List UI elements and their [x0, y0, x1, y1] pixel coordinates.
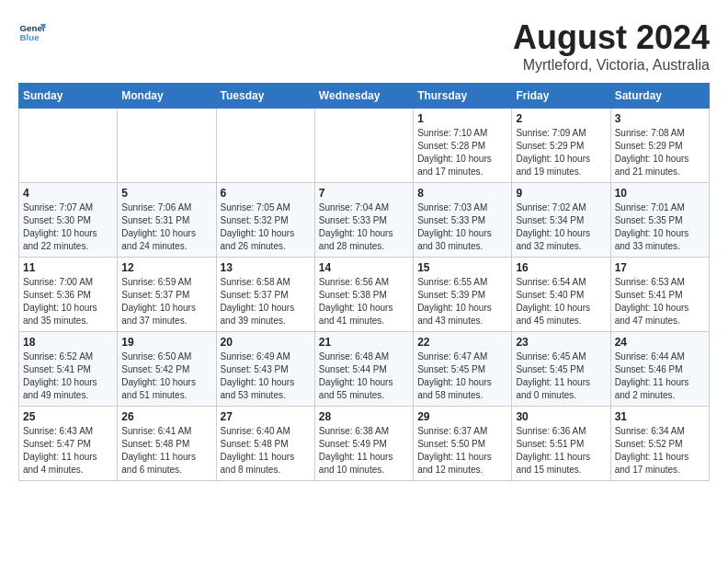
calendar-cell: 15Sunrise: 6:55 AM Sunset: 5:39 PM Dayli…	[414, 258, 512, 332]
calendar-cell: 20Sunrise: 6:49 AM Sunset: 5:43 PM Dayli…	[216, 332, 314, 407]
day-number: 31	[615, 410, 705, 423]
day-info: Sunrise: 6:36 AM Sunset: 5:51 PM Dayligh…	[516, 425, 606, 477]
day-number: 3	[615, 112, 705, 125]
day-number: 13	[221, 261, 311, 274]
day-info: Sunrise: 6:55 AM Sunset: 5:39 PM Dayligh…	[417, 276, 507, 327]
calendar-cell: 1Sunrise: 7:10 AM Sunset: 5:28 PM Daylig…	[414, 109, 512, 183]
header: General Blue August 2024 Myrtleford, Vic…	[18, 18, 710, 74]
calendar-cell: 10Sunrise: 7:01 AM Sunset: 5:35 PM Dayli…	[610, 183, 709, 258]
day-info: Sunrise: 6:52 AM Sunset: 5:41 PM Dayligh…	[23, 350, 113, 402]
title-area: August 2024 Myrtleford, Victoria, Austra…	[513, 18, 710, 74]
day-info: Sunrise: 6:34 AM Sunset: 5:52 PM Dayligh…	[615, 425, 705, 477]
col-sunday: Sunday	[19, 84, 118, 109]
day-number: 12	[121, 261, 211, 274]
day-number: 20	[221, 336, 311, 349]
day-info: Sunrise: 6:40 AM Sunset: 5:48 PM Dayligh…	[221, 425, 311, 477]
day-number: 9	[516, 187, 606, 200]
calendar-cell: 13Sunrise: 6:58 AM Sunset: 5:37 PM Dayli…	[216, 258, 314, 332]
day-number: 25	[23, 410, 113, 423]
day-number: 6	[221, 187, 311, 200]
day-info: Sunrise: 7:02 AM Sunset: 5:34 PM Dayligh…	[516, 201, 606, 253]
calendar-cell: 21Sunrise: 6:48 AM Sunset: 5:44 PM Dayli…	[314, 332, 413, 407]
calendar-cell: 6Sunrise: 7:05 AM Sunset: 5:32 PM Daylig…	[216, 183, 314, 258]
calendar-cell: 19Sunrise: 6:50 AM Sunset: 5:42 PM Dayli…	[118, 332, 216, 407]
day-info: Sunrise: 6:38 AM Sunset: 5:49 PM Dayligh…	[319, 425, 409, 477]
day-info: Sunrise: 6:48 AM Sunset: 5:44 PM Dayligh…	[319, 350, 409, 402]
calendar-cell: 16Sunrise: 6:54 AM Sunset: 5:40 PM Dayli…	[512, 258, 610, 332]
calendar-table: Sunday Monday Tuesday Wednesday Thursday…	[18, 83, 710, 481]
day-info: Sunrise: 6:44 AM Sunset: 5:46 PM Dayligh…	[615, 350, 705, 402]
logo: General Blue	[18, 18, 46, 46]
day-number: 21	[319, 336, 409, 349]
col-monday: Monday	[118, 84, 216, 109]
day-info: Sunrise: 6:56 AM Sunset: 5:38 PM Dayligh…	[319, 276, 409, 327]
calendar-cell: 22Sunrise: 6:47 AM Sunset: 5:45 PM Dayli…	[414, 332, 512, 407]
col-thursday: Thursday	[414, 84, 512, 109]
calendar-cell: 11Sunrise: 7:00 AM Sunset: 5:36 PM Dayli…	[19, 258, 118, 332]
calendar-cell: 5Sunrise: 7:06 AM Sunset: 5:31 PM Daylig…	[118, 183, 216, 258]
week-row-4: 18Sunrise: 6:52 AM Sunset: 5:41 PM Dayli…	[19, 332, 710, 407]
calendar-cell: 9Sunrise: 7:02 AM Sunset: 5:34 PM Daylig…	[512, 183, 610, 258]
calendar-cell: 26Sunrise: 6:41 AM Sunset: 5:48 PM Dayli…	[118, 407, 216, 481]
day-number: 1	[417, 112, 507, 125]
day-number: 16	[516, 261, 606, 274]
calendar-cell: 7Sunrise: 7:04 AM Sunset: 5:33 PM Daylig…	[314, 183, 413, 258]
calendar-body: 1Sunrise: 7:10 AM Sunset: 5:28 PM Daylig…	[19, 109, 710, 481]
day-info: Sunrise: 6:59 AM Sunset: 5:37 PM Dayligh…	[121, 276, 211, 327]
calendar-cell	[314, 109, 413, 183]
day-info: Sunrise: 6:58 AM Sunset: 5:37 PM Dayligh…	[221, 276, 311, 327]
day-number: 2	[516, 112, 606, 125]
day-info: Sunrise: 6:50 AM Sunset: 5:42 PM Dayligh…	[121, 350, 211, 402]
calendar-title: August 2024	[513, 18, 710, 57]
calendar-cell: 24Sunrise: 6:44 AM Sunset: 5:46 PM Dayli…	[610, 332, 709, 407]
day-number: 15	[417, 261, 507, 274]
calendar-header: Sunday Monday Tuesday Wednesday Thursday…	[19, 84, 710, 109]
day-info: Sunrise: 7:04 AM Sunset: 5:33 PM Dayligh…	[319, 201, 409, 253]
week-row-3: 11Sunrise: 7:00 AM Sunset: 5:36 PM Dayli…	[19, 258, 710, 332]
day-number: 28	[319, 410, 409, 423]
calendar-cell: 17Sunrise: 6:53 AM Sunset: 5:41 PM Dayli…	[610, 258, 709, 332]
week-row-2: 4Sunrise: 7:07 AM Sunset: 5:30 PM Daylig…	[19, 183, 710, 258]
calendar-cell: 30Sunrise: 6:36 AM Sunset: 5:51 PM Dayli…	[512, 407, 610, 481]
calendar-cell	[19, 109, 118, 183]
day-number: 22	[417, 336, 507, 349]
day-info: Sunrise: 7:05 AM Sunset: 5:32 PM Dayligh…	[221, 201, 311, 253]
col-friday: Friday	[512, 84, 610, 109]
calendar-cell: 28Sunrise: 6:38 AM Sunset: 5:49 PM Dayli…	[314, 407, 413, 481]
day-number: 14	[319, 261, 409, 274]
day-number: 8	[417, 187, 507, 200]
day-info: Sunrise: 7:06 AM Sunset: 5:31 PM Dayligh…	[121, 201, 211, 253]
day-number: 29	[417, 410, 507, 423]
day-info: Sunrise: 6:54 AM Sunset: 5:40 PM Dayligh…	[516, 276, 606, 327]
col-saturday: Saturday	[610, 84, 709, 109]
day-info: Sunrise: 7:09 AM Sunset: 5:29 PM Dayligh…	[516, 127, 606, 178]
calendar-cell: 12Sunrise: 6:59 AM Sunset: 5:37 PM Dayli…	[118, 258, 216, 332]
day-number: 7	[319, 187, 409, 200]
col-wednesday: Wednesday	[314, 84, 413, 109]
week-row-5: 25Sunrise: 6:43 AM Sunset: 5:47 PM Dayli…	[19, 407, 710, 481]
day-info: Sunrise: 7:01 AM Sunset: 5:35 PM Dayligh…	[615, 201, 705, 253]
day-number: 5	[121, 187, 211, 200]
header-row: Sunday Monday Tuesday Wednesday Thursday…	[19, 84, 710, 109]
day-info: Sunrise: 7:00 AM Sunset: 5:36 PM Dayligh…	[23, 276, 113, 327]
day-info: Sunrise: 6:49 AM Sunset: 5:43 PM Dayligh…	[221, 350, 311, 402]
day-info: Sunrise: 7:03 AM Sunset: 5:33 PM Dayligh…	[417, 201, 507, 253]
day-number: 30	[516, 410, 606, 423]
day-number: 19	[121, 336, 211, 349]
calendar-cell: 2Sunrise: 7:09 AM Sunset: 5:29 PM Daylig…	[512, 109, 610, 183]
calendar-cell: 3Sunrise: 7:08 AM Sunset: 5:29 PM Daylig…	[610, 109, 709, 183]
calendar-subtitle: Myrtleford, Victoria, Australia	[513, 57, 710, 74]
svg-text:Blue: Blue	[20, 32, 40, 42]
calendar-cell: 14Sunrise: 6:56 AM Sunset: 5:38 PM Dayli…	[314, 258, 413, 332]
week-row-1: 1Sunrise: 7:10 AM Sunset: 5:28 PM Daylig…	[19, 109, 710, 183]
day-info: Sunrise: 6:41 AM Sunset: 5:48 PM Dayligh…	[121, 425, 211, 477]
day-info: Sunrise: 6:53 AM Sunset: 5:41 PM Dayligh…	[615, 276, 705, 327]
day-info: Sunrise: 6:43 AM Sunset: 5:47 PM Dayligh…	[23, 425, 113, 477]
day-number: 26	[121, 410, 211, 423]
col-tuesday: Tuesday	[216, 84, 314, 109]
day-number: 18	[23, 336, 113, 349]
day-number: 27	[221, 410, 311, 423]
calendar-cell: 27Sunrise: 6:40 AM Sunset: 5:48 PM Dayli…	[216, 407, 314, 481]
day-info: Sunrise: 7:08 AM Sunset: 5:29 PM Dayligh…	[615, 127, 705, 178]
day-info: Sunrise: 6:45 AM Sunset: 5:45 PM Dayligh…	[516, 350, 606, 402]
